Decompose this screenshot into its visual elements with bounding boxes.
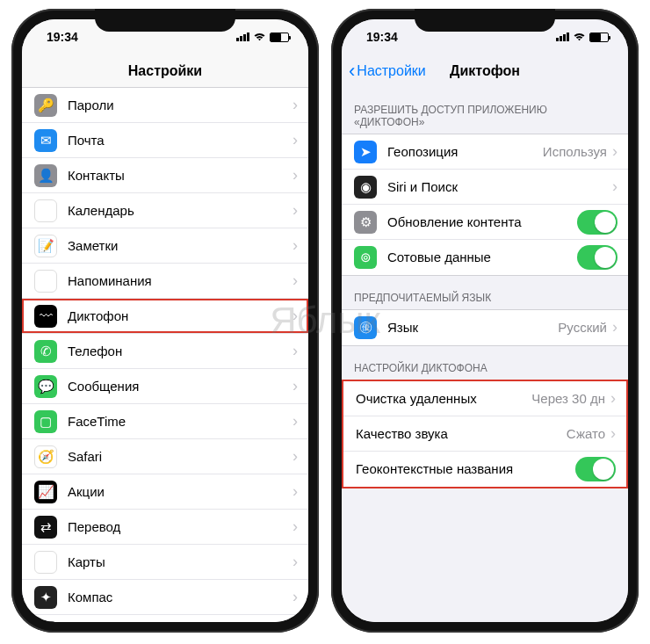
settings-row-заметки[interactable]: 📝Заметки› bbox=[22, 228, 308, 264]
wifi-icon bbox=[253, 33, 266, 42]
section-header-lang: ПРЕДПОЧИТАЕМЫЙ ЯЗЫК bbox=[342, 276, 628, 309]
phone-right: 19:34 ‹ Настройки Диктофон РАЗРЕШИТЬ ДОС… bbox=[331, 9, 639, 633]
row-label: Контакты bbox=[68, 168, 292, 183]
toggle-cellular[interactable] bbox=[577, 245, 618, 270]
wifi-icon bbox=[573, 33, 586, 42]
chevron-right-icon: › bbox=[612, 142, 618, 161]
row-detail: Через 30 дн bbox=[531, 391, 605, 406]
back-label: Настройки bbox=[357, 63, 425, 79]
chevron-right-icon: › bbox=[292, 447, 298, 466]
row-location[interactable]: ➤ Геопозиция Используя › bbox=[342, 134, 628, 170]
chevron-right-icon: › bbox=[292, 377, 298, 395]
row-label: Диктофон bbox=[68, 308, 292, 323]
chevron-right-icon: › bbox=[292, 482, 298, 501]
chevron-right-icon: › bbox=[292, 166, 298, 185]
chevron-right-icon: › bbox=[610, 389, 616, 408]
settings-row-почта[interactable]: ✉︎Почта› bbox=[22, 123, 308, 158]
app-icon: 👤 bbox=[34, 164, 57, 187]
settings-row-диктофон[interactable]: 〰Диктофон› bbox=[22, 299, 308, 334]
row-label: Календарь bbox=[68, 203, 292, 218]
chevron-right-icon: › bbox=[292, 271, 298, 290]
nav-header: ‹ Настройки Диктофон bbox=[342, 54, 628, 88]
chevron-right-icon: › bbox=[612, 177, 618, 196]
row-label: Качество звука bbox=[356, 426, 567, 441]
row-detail: Используя bbox=[543, 144, 607, 159]
group-lang: ㊝ Язык Русский › bbox=[342, 309, 628, 346]
chevron-right-icon: › bbox=[292, 588, 298, 606]
settings-row-компас[interactable]: ✦Компас› bbox=[22, 580, 308, 615]
settings-row-сообщения[interactable]: 💬Сообщения› bbox=[22, 369, 308, 404]
app-icon: ▢ bbox=[34, 410, 57, 433]
row-label: Перевод bbox=[68, 519, 292, 534]
battery-icon bbox=[270, 33, 289, 42]
siri-icon: ◉ bbox=[354, 176, 377, 199]
row-label: FaceTime bbox=[68, 414, 292, 429]
status-time: 19:34 bbox=[366, 30, 398, 44]
status-indicators bbox=[236, 33, 289, 42]
settings-row-рулетка[interactable]: 📏Рулетка› bbox=[22, 615, 308, 622]
row-label: Safari bbox=[68, 449, 292, 464]
app-icon: 📏 bbox=[34, 621, 57, 623]
row-clear-deleted[interactable]: Очистка удаленных Через 30 дн › bbox=[343, 381, 626, 416]
status-indicators bbox=[556, 33, 609, 42]
app-icon: ⇄ bbox=[34, 516, 57, 539]
row-detail: Сжато bbox=[567, 426, 605, 441]
row-label: Пароли bbox=[68, 98, 292, 112]
nav-header: Настройки bbox=[22, 54, 308, 88]
settings-row-safari[interactable]: 🧭Safari› bbox=[22, 439, 308, 474]
row-label: Акции bbox=[68, 484, 292, 499]
row-label: Обновление контента bbox=[387, 214, 577, 229]
row-label: Карты bbox=[68, 554, 292, 569]
app-icon: ✉︎ bbox=[34, 129, 57, 152]
chevron-right-icon: › bbox=[292, 96, 298, 114]
status-time: 19:34 bbox=[47, 30, 78, 44]
back-button[interactable]: ‹ Настройки bbox=[349, 62, 426, 81]
row-cellular[interactable]: ⊚ Сотовые данные bbox=[342, 240, 628, 275]
settings-row-контакты[interactable]: 👤Контакты› bbox=[22, 158, 308, 193]
chevron-right-icon: › bbox=[610, 424, 616, 443]
row-label: Геопозиция bbox=[387, 144, 543, 159]
battery-icon bbox=[589, 33, 609, 42]
group-access: ➤ Геопозиция Используя › ◉ Siri и Поиск … bbox=[342, 134, 628, 276]
app-icon: 📝 bbox=[34, 235, 57, 257]
row-label: Компас bbox=[68, 590, 292, 604]
page-title: Диктофон bbox=[450, 63, 520, 79]
row-language[interactable]: ㊝ Язык Русский › bbox=[342, 310, 628, 345]
row-audio-quality[interactable]: Качество звука Сжато › bbox=[343, 416, 626, 452]
settings-list[interactable]: 🔑Пароли›✉︎Почта›👤Контакты›▦Календарь›📝За… bbox=[22, 88, 308, 622]
row-detail: Русский bbox=[558, 320, 607, 335]
chevron-right-icon: › bbox=[612, 318, 618, 336]
chevron-right-icon: › bbox=[292, 517, 298, 536]
chevron-right-icon: › bbox=[292, 342, 298, 360]
settings-row-перевод[interactable]: ⇄Перевод› bbox=[22, 510, 308, 545]
row-label: Очистка удаленных bbox=[356, 391, 531, 406]
settings-row-пароли[interactable]: 🔑Пароли› bbox=[22, 88, 308, 123]
settings-row-акции[interactable]: 📈Акции› bbox=[22, 474, 308, 510]
toggle-refresh[interactable] bbox=[577, 210, 618, 235]
chevron-right-icon: › bbox=[292, 412, 298, 431]
app-icon: 🔑 bbox=[34, 94, 57, 117]
app-icon: 〰 bbox=[34, 305, 57, 328]
row-refresh[interactable]: ⚙︎ Обновление контента bbox=[342, 205, 628, 240]
row-geo-names[interactable]: Геоконтекстные названия bbox=[343, 452, 626, 487]
row-label: Напоминания bbox=[68, 273, 292, 288]
row-siri[interactable]: ◉ Siri и Поиск › bbox=[342, 170, 628, 205]
settings-row-календарь[interactable]: ▦Календарь› bbox=[22, 193, 308, 228]
group-voice-settings: Очистка удаленных Через 30 дн › Качество… bbox=[342, 380, 628, 488]
app-icon: ⠿ bbox=[34, 270, 57, 293]
gear-icon: ⚙︎ bbox=[354, 211, 377, 234]
settings-row-карты[interactable]: 🗺Карты› bbox=[22, 545, 308, 580]
chevron-right-icon: › bbox=[292, 131, 298, 149]
section-header-access: РАЗРЕШИТЬ ДОСТУП ПРИЛОЖЕНИЮ «ДИКТОФОН» bbox=[342, 88, 628, 134]
toggle-geo-names[interactable] bbox=[575, 457, 616, 481]
section-header-voice: НАСТРОЙКИ ДИКТОФОНА bbox=[342, 346, 628, 380]
app-icon: 🧭 bbox=[34, 445, 57, 468]
settings-row-facetime[interactable]: ▢FaceTime› bbox=[22, 404, 308, 439]
chevron-right-icon: › bbox=[292, 236, 298, 255]
page-title: Настройки bbox=[128, 63, 202, 79]
app-icon: 🗺 bbox=[34, 551, 57, 574]
app-icon: ✦ bbox=[34, 586, 57, 609]
settings-row-телефон[interactable]: ✆Телефон› bbox=[22, 334, 308, 369]
settings-row-напоминания[interactable]: ⠿Напоминания› bbox=[22, 264, 308, 299]
detail-content[interactable]: РАЗРЕШИТЬ ДОСТУП ПРИЛОЖЕНИЮ «ДИКТОФОН» ➤… bbox=[342, 88, 628, 622]
